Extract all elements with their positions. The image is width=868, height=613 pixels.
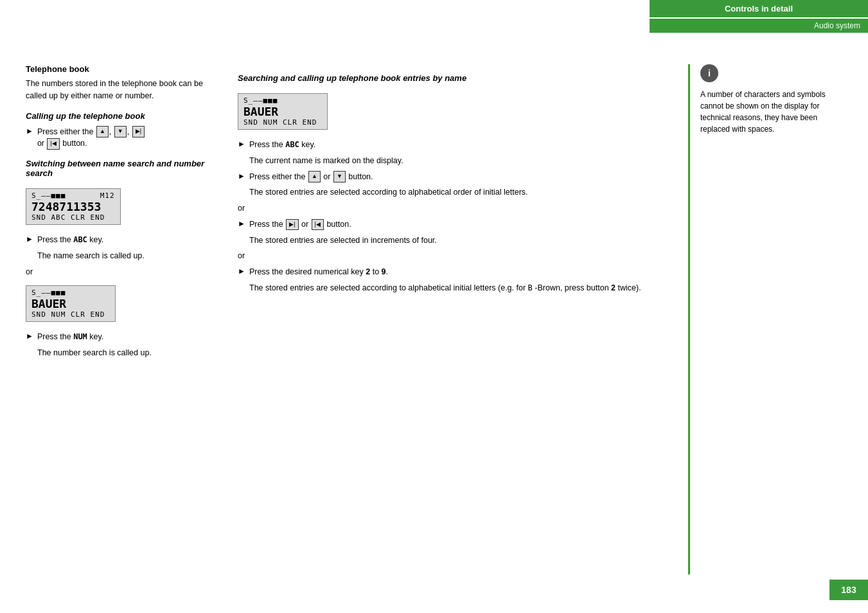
bullet-arrow-2: ► [26, 235, 33, 244]
display1-row2: 7248711353 [31, 200, 115, 213]
searching-title: Searching and calling up telephone book … [238, 73, 669, 83]
triangle-up-icon-2 [308, 171, 321, 182]
forward-icon-2 [286, 219, 298, 231]
number-search-note: The number search is called up. [37, 347, 218, 359]
num-content: Press the NUM key. [37, 331, 103, 343]
abc-bullet-2: ► Press the ABC key. [238, 139, 669, 151]
triangle-up-icon [96, 126, 109, 138]
back-icon-2 [312, 219, 324, 231]
audio-system-bar: Audio system [650, 19, 868, 33]
left-column: Telephone book The numbers stored in the… [26, 64, 218, 574]
stored-entries-alpha: The stored entries are selected accordin… [249, 186, 669, 199]
fwd-back-bullet: ► Press the or button. [238, 218, 669, 231]
bullet-arrow: ► [26, 127, 33, 136]
display2-row2: BAUER [31, 297, 110, 310]
header-section: Controls in detail Audio system [650, 0, 868, 33]
right-column: i A number of characters and symbols can… [688, 64, 842, 574]
display1-row3: SND ABC CLR END [31, 213, 115, 222]
or-1: or [26, 266, 218, 278]
info-icon: i [700, 64, 718, 82]
bullet-arrow-5: ► [238, 172, 245, 181]
display2-row3: SND NUM CLR END [31, 310, 110, 319]
bullet-arrow-6: ► [238, 219, 245, 228]
forward-icon [132, 126, 145, 138]
name-search-note: The name search is called up. [37, 250, 218, 262]
controls-in-detail-bar: Controls in detail [650, 0, 868, 17]
display1-row1: S_——■■■ M12 [31, 191, 115, 200]
current-name-note: The current name is marked on the displa… [249, 155, 669, 167]
display2-row1: S_——■■■ [31, 289, 110, 297]
stored-entries-alpha2: The stored entries are selected accordin… [249, 282, 669, 294]
switching-title: Switching between name search and number… [26, 159, 218, 178]
display3-row3: SND NUM CLR END [244, 118, 322, 127]
num-bullet: ► Press the NUM key. [26, 331, 218, 343]
back-icon [47, 138, 59, 150]
or-3: or [238, 250, 669, 262]
up-down-bullet: ► Press either the or button. [238, 171, 669, 183]
content-area: Telephone book The numbers stored in the… [26, 64, 842, 574]
telephone-book-body: The numbers stored in the telephone book… [26, 78, 218, 102]
abc-content: Press the ABC key. [37, 234, 103, 246]
bullet-arrow-7: ► [238, 267, 245, 276]
display-box-1: S_——■■■ M12 7248711353 SND ABC CLR END [26, 188, 121, 225]
calling-up-title: Calling up the telephone book [26, 111, 218, 121]
display-box-2: S_——■■■ BAUER SND NUM CLR END [26, 285, 116, 322]
triangle-down-icon-2 [333, 171, 346, 182]
abc-content-2: Press the ABC key. [249, 139, 315, 151]
middle-column: Searching and calling up telephone book … [238, 64, 669, 574]
calling-up-content: Press either the , , or button. [37, 126, 145, 150]
triangle-down-icon [114, 126, 127, 138]
bullet-arrow-4: ► [238, 139, 245, 148]
info-text: A number of characters and symbols canno… [700, 89, 842, 135]
numerical-content: Press the desired numerical key 2 to 9. [249, 266, 388, 278]
up-down-content: Press either the or button. [249, 171, 373, 183]
display-box-3: S_——■■■ BAUER SND NUM CLR END [238, 93, 328, 130]
fwd-back-content: Press the or button. [249, 218, 351, 231]
abc-bullet: ► Press the ABC key. [26, 234, 218, 246]
stored-entries-four: The stored entries are selected in incre… [249, 235, 669, 247]
or-2: or [238, 202, 669, 215]
display3-row1: S_——■■■ [244, 96, 322, 105]
calling-up-bullet: ► Press either the , , or button. [26, 126, 218, 150]
numerical-bullet: ► Press the desired numerical key 2 to 9… [238, 266, 669, 278]
display3-row2: BAUER [244, 105, 322, 118]
bullet-arrow-3: ► [26, 332, 33, 341]
page-number: 183 [829, 580, 868, 600]
telephone-book-title: Telephone book [26, 64, 218, 74]
